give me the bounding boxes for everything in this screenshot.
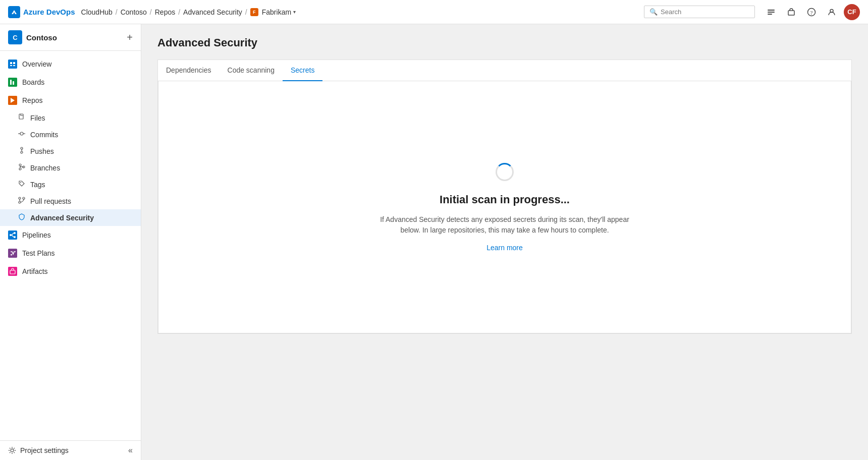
svg-point-19 (20, 132, 23, 135)
breadcrumb-repos[interactable]: Repos (155, 8, 175, 16)
svg-point-26 (19, 168, 21, 170)
tab-code-scanning[interactable]: Code scanning (220, 60, 283, 81)
svg-rect-15 (13, 81, 14, 85)
sidebar-item-advanced-security[interactable]: Advanced Security (0, 209, 141, 226)
svg-point-31 (19, 201, 21, 203)
search-box[interactable]: 🔍 (644, 6, 755, 18)
svg-rect-14 (10, 80, 12, 85)
commits-icon (18, 130, 25, 139)
sidebar-nav: Overview Boards (0, 51, 141, 440)
collapse-sidebar-button[interactable]: « (128, 446, 133, 455)
sidebar-item-pipelines[interactable]: Pipelines (0, 226, 141, 244)
svg-point-23 (21, 147, 23, 149)
content-area: Advanced Security Dependencies Code scan… (141, 24, 868, 460)
sidebar-header: C Contoso + (0, 24, 141, 51)
breadcrumb: CloudHub / Contoso / Repos / Advanced Se… (81, 8, 296, 16)
breadcrumb-fabrikam-label: Fabrikam (262, 8, 291, 16)
pushes-icon (18, 147, 25, 155)
svg-point-37 (14, 236, 16, 238)
scan-title: Initial scan in progress... (440, 193, 570, 206)
loading-spinner (496, 163, 514, 181)
tabs: Dependencies Code scanning Secrets (158, 60, 851, 81)
learn-more-link[interactable]: Learn more (486, 244, 523, 252)
boards-icon (8, 78, 17, 87)
sidebar-footer: Project settings « (0, 440, 141, 460)
user-settings-icon[interactable] (824, 4, 840, 20)
sidebar-item-branches[interactable]: Branches (0, 159, 141, 176)
page-title: Advanced Security (157, 36, 852, 49)
app-logo[interactable]: Azure DevOps (8, 6, 75, 18)
sidebar-item-boards[interactable]: Boards (0, 73, 141, 91)
tab-secrets[interactable]: Secrets (283, 60, 322, 81)
svg-rect-34 (8, 231, 17, 240)
sidebar-item-pipelines-label: Pipelines (22, 231, 51, 239)
sidebar-item-artifacts[interactable]: Artifacts (0, 262, 141, 280)
tab-dependencies[interactable]: Dependencies (158, 60, 220, 81)
pull-requests-icon (18, 197, 25, 205)
sidebar-item-advanced-security-label: Advanced Security (30, 214, 94, 222)
sidebar-item-files[interactable]: Files (0, 109, 141, 126)
content-panel-wrapper: Dependencies Code scanning Secrets Initi… (157, 60, 852, 334)
project-settings-button[interactable]: Project settings (8, 446, 69, 454)
sidebar-item-files-label: Files (30, 114, 45, 122)
project-settings-label: Project settings (20, 446, 69, 454)
breadcrumb-fabrikam[interactable]: F Fabrikam ▾ (250, 8, 296, 16)
breadcrumb-sep-1: / (116, 8, 118, 16)
sidebar-item-commits-label: Commits (30, 131, 58, 139)
sidebar-item-test-plans[interactable]: Test Plans (0, 244, 141, 262)
add-project-button[interactable]: + (127, 32, 133, 42)
sidebar-item-pull-requests[interactable]: Pull requests (0, 193, 141, 209)
svg-point-41 (11, 254, 12, 256)
tab-content-secrets: Initial scan in progress... If Advanced … (158, 81, 851, 333)
repos-icon (8, 96, 17, 105)
logo-icon (8, 6, 20, 18)
chevron-down-icon: ▾ (293, 9, 296, 15)
sidebar-item-overview-label: Overview (22, 60, 51, 68)
svg-rect-11 (10, 65, 12, 66)
svg-rect-8 (8, 60, 17, 69)
svg-point-44 (11, 449, 14, 452)
breadcrumb-contoso[interactable]: Contoso (121, 8, 147, 16)
svg-point-25 (19, 164, 21, 166)
tags-icon (18, 180, 25, 189)
topnav-icons: ? CF (763, 4, 860, 20)
sidebar-item-test-plans-label: Test Plans (22, 249, 55, 257)
shield-icon (18, 213, 25, 222)
branches-icon (18, 163, 25, 172)
sidebar-item-pushes-label: Pushes (30, 147, 54, 155)
svg-rect-1 (768, 10, 775, 11)
testplans-icon (8, 249, 17, 258)
svg-rect-4 (788, 11, 794, 15)
help-icon[interactable]: ? (803, 4, 820, 20)
sidebar-item-tags-label: Tags (30, 181, 45, 189)
repo-icon: F (250, 8, 258, 16)
breadcrumb-sep-2: / (150, 8, 152, 16)
sidebar-org[interactable]: C Contoso (8, 30, 57, 44)
scan-status-container: Initial scan in progress... If Advanced … (353, 123, 656, 292)
overview-icon (8, 60, 17, 69)
svg-rect-9 (10, 62, 12, 64)
sidebar-item-tags[interactable]: Tags (0, 176, 141, 193)
avatar[interactable]: CF (844, 4, 860, 20)
breadcrumb-cloudhub[interactable]: CloudHub (81, 8, 113, 16)
sidebar-item-pushes[interactable]: Pushes (0, 143, 141, 159)
search-input[interactable] (661, 8, 749, 16)
sidebar-item-branches-label: Branches (30, 164, 60, 172)
breadcrumb-advanced-security[interactable]: Advanced Security (183, 8, 242, 16)
sidebar-item-repos-label: Repos (22, 96, 42, 104)
sidebar-item-commits[interactable]: Commits (0, 126, 141, 143)
breadcrumb-sep-4: / (245, 8, 247, 16)
settings-icon (8, 446, 16, 454)
app-name[interactable]: Azure DevOps (23, 8, 75, 16)
sidebar-item-pull-requests-label: Pull requests (30, 197, 71, 205)
org-name: Contoso (26, 33, 57, 42)
svg-rect-18 (19, 114, 23, 119)
sidebar-item-repos[interactable]: Repos (0, 91, 141, 109)
svg-rect-12 (13, 65, 15, 66)
shopping-bag-icon[interactable] (783, 4, 799, 20)
notifications-icon[interactable] (763, 4, 779, 20)
svg-point-22 (21, 151, 23, 153)
svg-point-35 (10, 234, 12, 236)
sidebar-item-overview[interactable]: Overview (0, 55, 141, 73)
topnav: Azure DevOps CloudHub / Contoso / Repos … (0, 0, 868, 24)
